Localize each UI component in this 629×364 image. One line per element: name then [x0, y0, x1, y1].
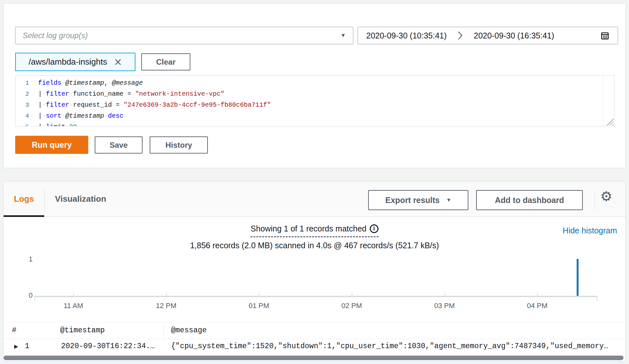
selected-log-group-tag: /aws/lambda-insights: [15, 53, 135, 71]
query-editor-card: Select log group(s) ▼ 2020-09-30 (10:35:…: [3, 3, 626, 168]
x-axis-tick: [352, 293, 352, 296]
line-number: 3: [16, 100, 32, 111]
gear-icon[interactable]: ⚙: [600, 188, 613, 204]
x-axis-tick: [259, 293, 260, 296]
row-timestamp-cell: 2020-09-30T16:22:34.…: [61, 342, 155, 350]
hide-histogram-link[interactable]: Hide histogram: [563, 226, 617, 235]
histogram-bar[interactable]: [577, 259, 579, 296]
column-header-timestamp: @timestamp: [60, 326, 105, 335]
query-code-editor[interactable]: 12345 fields·@timestamp,·@message|·filte…: [15, 75, 614, 126]
editor-scrollbar-track: [603, 76, 603, 126]
axis-end-tick: [34, 297, 35, 301]
export-results-label: Export results: [385, 196, 440, 205]
x-axis-tick-label: 03 PM: [434, 302, 455, 310]
records-matched-line: Showing 1 of 1 records matched i: [251, 224, 378, 237]
column-header-number: #: [12, 326, 16, 335]
line-number: 1: [16, 78, 32, 89]
table-header-row: # @timestamp @message: [4, 322, 625, 339]
x-axis-line: [34, 296, 597, 297]
tab-visualization[interactable]: Visualization: [45, 181, 116, 217]
x-axis-tick-label: 12 PM: [156, 302, 176, 310]
table-row[interactable]: ▶ 1 2020-09-30T16:22:34.… {"cpu_system_t…: [4, 339, 625, 354]
records-matched-text: Showing 1 of 1 records matched: [251, 224, 367, 233]
log-group-select[interactable]: Select log group(s) ▼: [15, 27, 353, 44]
code-line: |·filter·request_id·=·"247e6369-3a2b-4cc…: [32, 100, 614, 111]
export-results-button[interactable]: Export results ▼: [368, 190, 468, 210]
code-line: |·filter·function_name·=·"network-intens…: [32, 89, 614, 100]
column-separator: [164, 324, 164, 338]
y-axis-tick-label: 1: [20, 255, 33, 263]
line-number-gutter: 12345: [16, 76, 32, 126]
line-number: 4: [16, 111, 32, 122]
x-axis-tick: [444, 293, 445, 296]
chevron-down-icon: ▼: [446, 197, 451, 203]
results-tabbar: Logs Visualization Export results ▼ Add …: [4, 181, 625, 217]
x-axis-tick: [166, 293, 167, 296]
log-group-name: /aws/lambda-insights: [29, 57, 107, 67]
info-icon[interactable]: i: [370, 224, 378, 233]
x-axis-tick-label: 01 PM: [249, 302, 269, 310]
scan-stats-text: 1,856 records (2.0 MB) scanned in 4.0s @…: [4, 241, 625, 250]
axis-end-tick: [597, 297, 597, 301]
calendar-icon[interactable]: [601, 31, 609, 40]
controls-divider: [594, 190, 595, 210]
row-number-cell: 1: [25, 342, 29, 350]
line-number: 2: [16, 89, 32, 100]
clear-button[interactable]: Clear: [141, 53, 190, 70]
history-button[interactable]: History: [150, 136, 208, 154]
code-line: |·sort·@timestamp·desc: [32, 111, 614, 122]
chevron-right-icon: [458, 31, 463, 40]
x-axis-tick-label: 02 PM: [341, 302, 362, 310]
date-range-picker[interactable]: 2020-09-30 (10:35:41) 2020-09-30 (16:35:…: [357, 27, 618, 44]
chevron-down-icon: ▼: [340, 32, 346, 39]
horizontal-scrollbar-thumb[interactable]: [4, 356, 624, 360]
date-from: 2020-09-30 (10:35:41): [366, 31, 447, 40]
row-message-cell: {"cpu_system_time":1520,"shutdown":1,"cp…: [171, 342, 622, 350]
line-number: 5: [16, 122, 32, 126]
x-axis-tick: [73, 293, 74, 296]
remove-log-group-icon[interactable]: [114, 58, 122, 66]
add-to-dashboard-button[interactable]: Add to dashboard: [476, 190, 583, 210]
x-axis-tick-label: 04 PM: [527, 302, 548, 310]
tab-logs[interactable]: Logs: [4, 181, 44, 217]
column-header-message: @message: [171, 326, 207, 335]
results-card: Logs Visualization Export results ▼ Add …: [3, 181, 626, 361]
y-axis-tick-label: 0: [20, 291, 33, 300]
code-line: fields·@timestamp,·@message: [32, 78, 614, 89]
run-query-button[interactable]: Run query: [15, 136, 88, 154]
x-axis-tick: [537, 293, 538, 296]
query-code-lines: fields·@timestamp,·@message|·filter·func…: [32, 76, 614, 126]
results-table: # @timestamp @message ▶ 1 2020-09-30T16:…: [4, 322, 625, 354]
date-to: 2020-09-30 (16:35:41): [474, 31, 554, 40]
expand-row-icon[interactable]: ▶: [14, 342, 18, 350]
code-line: |·limit·20: [32, 122, 614, 126]
log-group-placeholder: Select log group(s): [23, 31, 88, 40]
results-status: Showing 1 of 1 records matched i 1,856 r…: [4, 224, 625, 250]
save-button[interactable]: Save: [95, 136, 143, 154]
x-axis-tick-label: 11 AM: [64, 302, 83, 310]
